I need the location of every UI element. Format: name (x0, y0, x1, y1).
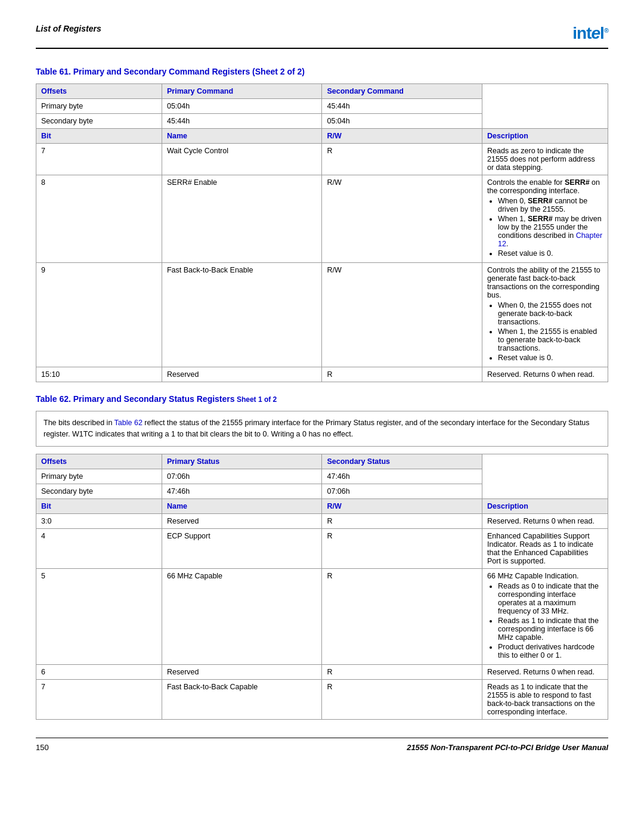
table61-offset-secondary-0: 45:44h (322, 99, 482, 114)
table62-desc-5-bullet-0: Reads as 0 to indicate that the correspo… (498, 582, 603, 615)
intel-logo: intel® (572, 24, 608, 43)
table61-desc-8: Controls the enable for SERR# on the cor… (482, 175, 608, 263)
table62-name-4: ECP Support (162, 528, 322, 568)
table61-offsets-header: Offsets (36, 84, 162, 99)
table62-offset-label-0: Primary byte (36, 469, 162, 484)
table61-name-header: Name (162, 129, 322, 144)
table61-title: Table 61. Primary and Secondary Command … (36, 67, 608, 76)
table62-description-box: The bits described in Table 62 reflect t… (36, 411, 608, 447)
table62-rw-4: R (322, 528, 482, 568)
table62-rw-header: R/W (322, 498, 482, 513)
table61-desc-8-bullets: When 0, SERR# cannot be driven by the 21… (487, 197, 603, 258)
table62-bit-30: 3:0 (36, 513, 162, 528)
table61-offset-secondary-1: 05:04h (322, 114, 482, 129)
table62-desc-4: Enhanced Capabilities Support Indicator.… (482, 528, 608, 568)
table61-bit-row-9: 9 Fast Back-to-Back Enable R/W Controls … (36, 263, 608, 367)
table61-name-9: Fast Back-to-Back Enable (162, 263, 322, 367)
table62-bit-7: 7 (36, 679, 162, 719)
serr-bold-3: SERR# (528, 215, 553, 223)
table61-name-7: Wait Cycle Control (162, 144, 322, 175)
table62-bit-header: Bit (36, 498, 162, 513)
table61-desc-9-bullet-0: When 0, the 21555 does not generate back… (498, 301, 603, 326)
table61-rw-8: R/W (322, 175, 482, 263)
table62-primary-status-header: Primary Status (162, 454, 322, 469)
footer-page-number: 150 (36, 743, 49, 752)
table61-desc-9: Controls the ability of the 21555 to gen… (482, 263, 608, 367)
table62-desc-header: Description (482, 498, 608, 513)
table61-title-text: Table 61. Primary and Secondary Command … (36, 67, 305, 76)
intel-registered: ® (604, 27, 608, 34)
table61-desc-9-bullet-1: When 1, the 21555 is enabled to generate… (498, 327, 603, 352)
table62-header-offsets: Offsets Primary Status Secondary Status (36, 454, 608, 469)
table62-bit-6: 6 (36, 664, 162, 679)
table61-desc-7-text: Reads as zero to indicate the 21555 does… (487, 147, 595, 172)
table62-title: Table 62. Primary and Secondary Status R… (36, 394, 608, 404)
table62-offsets-header: Offsets (36, 454, 162, 469)
table62-bit-5: 5 (36, 568, 162, 664)
table61-desc-7: Reads as zero to indicate the 21555 does… (482, 144, 608, 175)
table62-bit-row-6: 6 Reserved R Reserved. Returns 0 when re… (36, 664, 608, 679)
table61-desc-9-bullets: When 0, the 21555 does not generate back… (487, 301, 603, 362)
table61-bit-header: Bit (36, 129, 162, 144)
table61-desc-1510: Reserved. Returns 0 when read. (482, 367, 608, 382)
table61-rw-9: R/W (322, 263, 482, 367)
table61-offset-primary-0: 05:04h (162, 99, 322, 114)
table62-desc-5-bullets: Reads as 0 to indicate that the correspo… (487, 582, 603, 659)
page-footer: 150 21555 Non-Transparent PCI-to-PCI Bri… (36, 738, 608, 752)
table62-desc-5-intro: 66 MHz Capable Indication. (487, 572, 579, 580)
table62-bit-row-4: 4 ECP Support R Enhanced Capabilities Su… (36, 528, 608, 568)
table62-name-5: 66 MHz Capable (162, 568, 322, 664)
table61-bit-row-7: 7 Wait Cycle Control R Reads as zero to … (36, 144, 608, 175)
table62-offset-label-1: Secondary byte (36, 484, 162, 498)
table61-rw-1510: R (322, 367, 482, 382)
table61-bit-row-8: 8 SERR# Enable R/W Controls the enable f… (36, 175, 608, 263)
table62-bit-row-5: 5 66 MHz Capable R 66 MHz Capable Indica… (36, 568, 608, 664)
table61-rw-header: R/W (322, 129, 482, 144)
table61-desc-header: Description (482, 129, 608, 144)
serr-bold-2: SERR# (528, 197, 553, 205)
table61-secondary-cmd-header: Secondary Command (322, 84, 482, 99)
table62: Offsets Primary Status Secondary Status … (36, 454, 608, 720)
table62-desc-30: Reserved. Returns 0 when read. (482, 513, 608, 528)
table61-primary-cmd-header: Primary Command (162, 84, 322, 99)
table61-header-offsets: Offsets Primary Command Secondary Comman… (36, 84, 608, 99)
table62-name-6: Reserved (162, 664, 322, 679)
table61-desc-9-bullet-2: Reset value is 0. (498, 354, 603, 362)
table62-header-bits: Bit Name R/W Description (36, 498, 608, 513)
table61-desc-8-bullet-0: When 0, SERR# cannot be driven by the 21… (498, 197, 603, 213)
table62-offset-primary-0: 07:06h (162, 469, 322, 484)
table61-offset-primary-1: 45:44h (162, 114, 322, 129)
table62-offset-secondary-1: 07:06h (322, 484, 482, 498)
table62-desc-7: Reads as 1 to indicate that the 21555 is… (482, 679, 608, 719)
table62-bit-row-7: 7 Fast Back-to-Back Capable R Reads as 1… (36, 679, 608, 719)
table62-bit-row-30: 3:0 Reserved R Reserved. Returns 0 when … (36, 513, 608, 528)
table62-bit-4: 4 (36, 528, 162, 568)
chapter12-link[interactable]: Chapter 12 (498, 231, 602, 248)
table61-offset-label-0: Primary byte (36, 99, 162, 114)
table62-offset-secondary-0: 47:46h (322, 469, 482, 484)
table61-desc-8-bullet-2: Reset value is 0. (498, 249, 603, 258)
footer-document-title: 21555 Non-Transparent PCI-to-PCI Bridge … (407, 743, 608, 752)
page: List of Registers intel® Table 61. Prima… (0, 0, 644, 833)
table62-secondary-status-header: Secondary Status (322, 454, 482, 469)
table61-bit-row-1510: 15:10 Reserved R Reserved. Returns 0 whe… (36, 367, 608, 382)
table62-title-sub: Sheet 1 of 2 (235, 395, 277, 404)
serr-bold: SERR# (565, 178, 590, 187)
header-title: List of Registers (36, 24, 101, 33)
table62-title-main: Table 62. Primary and Secondary Status R… (36, 394, 235, 404)
table62-rw-7: R (322, 679, 482, 719)
table61-header-bits: Bit Name R/W Description (36, 129, 608, 144)
table62-name-30: Reserved (162, 513, 322, 528)
table62-desc-5: 66 MHz Capable Indication. Reads as 0 to… (482, 568, 608, 664)
table61-offset-row-1: Secondary byte 45:44h 05:04h (36, 114, 608, 129)
table62-name-7: Fast Back-to-Back Capable (162, 679, 322, 719)
table62-rw-30: R (322, 513, 482, 528)
table61-name-8: SERR# Enable (162, 175, 322, 263)
table61-bit-1510: 15:10 (36, 367, 162, 382)
table61-desc-9-intro: Controls the ability of the 21555 to gen… (487, 266, 600, 299)
table62-link[interactable]: Table 62 (114, 419, 143, 427)
table61-bit-9: 9 (36, 263, 162, 367)
intel-logo-text: intel (572, 24, 604, 42)
table62-desc-5-bullet-2: Product derivatives hardcode this to eit… (498, 643, 603, 659)
table61: Offsets Primary Command Secondary Comman… (36, 83, 608, 382)
